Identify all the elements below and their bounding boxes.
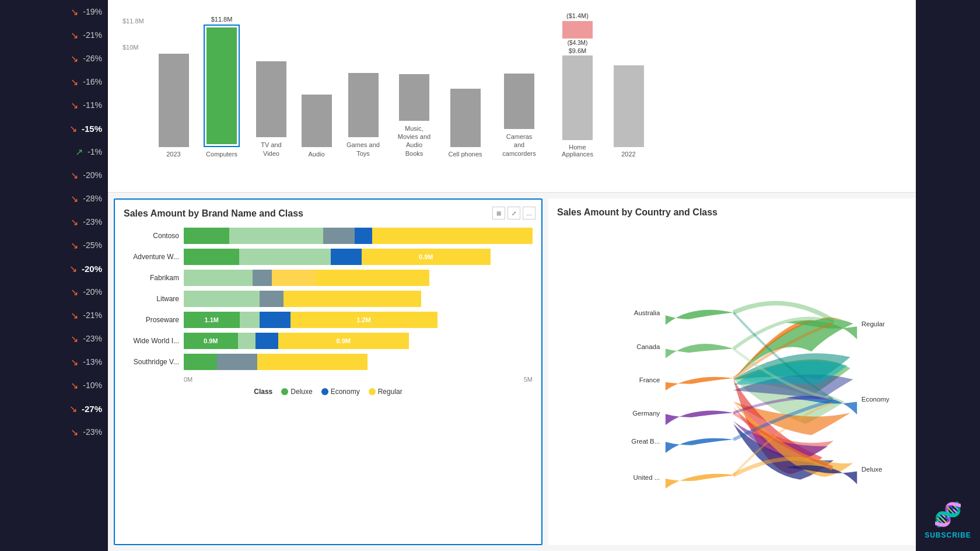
bottom-section: Sales Amount by Brand Name and Class ⊞ ⤢…	[108, 193, 980, 551]
home-val3: $9.6M	[569, 47, 587, 54]
x-axis-brand: 0M 5M	[124, 376, 533, 383]
arrow-down-icon: ↘	[71, 357, 78, 368]
segment-deluxe	[184, 354, 217, 370]
sidebar-row: ↘ -21%	[6, 23, 102, 47]
brand-name-contoso: Contoso	[124, 232, 179, 240]
sidebar-row: ↘ -20%	[6, 163, 102, 187]
home-label: HomeAppliances	[562, 144, 593, 158]
arrow-up-icon: ↗	[75, 147, 83, 158]
sidebar-row: ↘ -11%	[6, 93, 102, 117]
segment-deluxe-light	[238, 333, 256, 349]
bar-audio: Audio	[295, 95, 338, 158]
arrow-down-icon: ↘	[71, 427, 78, 438]
brand-row-wide: Wide World I... 0.9M 0.9M	[124, 333, 533, 349]
arc-great-b	[666, 434, 733, 453]
brand-bar-litware	[184, 291, 421, 307]
deluxe-label: Deluxe	[290, 388, 312, 396]
cellphones-label: Cell phones	[448, 151, 482, 158]
tv-label: TV andVideo	[261, 141, 281, 158]
sidebar-row: ↘ -25%	[6, 233, 102, 257]
x-axis-5m: 5M	[524, 376, 533, 383]
class-economy: Economy	[862, 396, 890, 403]
sidebar-row: ↘ -23%	[6, 210, 102, 233]
bar-cameras: Camerasandcamcorders	[490, 74, 548, 158]
audio-label: Audio	[308, 151, 324, 158]
segment-economy	[331, 249, 362, 265]
segment-regular	[372, 228, 533, 244]
top-chart-area: $11.8M $10M 2023 $11.8M	[108, 0, 980, 193]
class-deluxe: Deluxe	[862, 466, 883, 473]
panel-icons[interactable]: ⊞ ⤢ …	[492, 207, 536, 219]
brand-chart-panel: Sales Amount by Brand Name and Class ⊞ ⤢…	[114, 198, 542, 545]
brand-bar-adventure: 0.9M	[184, 249, 491, 265]
brand-row-adventure: Adventure W... 0.9M	[124, 249, 533, 265]
filter-icon[interactable]: ⊞	[492, 207, 505, 219]
country-france: France	[639, 376, 660, 383]
economy-dot	[321, 388, 328, 395]
arrow-down-icon: ↘	[71, 240, 78, 251]
brand-bar-southridge	[184, 354, 368, 370]
sidebar-row: ↘ -15%	[6, 117, 102, 140]
arrow-down-icon: ↘	[69, 403, 77, 414]
brand-row-contoso: Contoso	[124, 228, 533, 244]
segment-regular	[257, 354, 368, 370]
segment-mid	[260, 291, 284, 307]
segment-economy	[260, 312, 290, 328]
segment-economy	[355, 228, 372, 244]
expand-icon[interactable]: ⤢	[508, 207, 520, 219]
segment-deluxe-light	[229, 228, 323, 244]
more-icon[interactable]: …	[523, 207, 536, 219]
brand-row-proseware: Proseware 1.1M 1.2M	[124, 312, 533, 328]
segment-regular: 0.9M	[278, 333, 409, 349]
country-australia: Australia	[634, 309, 660, 316]
left-sidebar: ↘ -19% ↘ -21% ↘ -26% ↘ -16% ↘ -11% ↘ -15…	[0, 0, 108, 551]
segment-mid	[253, 270, 272, 286]
sidebar-row: ↘ -19%	[6, 0, 102, 23]
economy-label: Economy	[331, 388, 360, 396]
segment-deluxe-light	[240, 312, 260, 328]
arrow-down-icon: ↘	[71, 287, 78, 298]
brand-bar-wide: 0.9M 0.9M	[184, 333, 409, 349]
arc-germany	[666, 406, 733, 425]
arrow-down-icon: ↘	[71, 170, 78, 181]
sidebar-row: ↘ -23%	[6, 327, 102, 350]
segment-deluxe-light	[184, 291, 260, 307]
arrow-down-icon: ↘	[71, 380, 78, 391]
arrow-down-icon: ↘	[71, 217, 78, 228]
segment-deluxe	[184, 228, 229, 244]
brand-row-litware: Litware	[124, 291, 533, 307]
legend-deluxe: Deluxe	[281, 388, 312, 396]
arc-france	[666, 374, 733, 390]
arc-united	[666, 470, 736, 489]
arrow-down-icon: ↘	[71, 100, 78, 111]
arrow-down-icon: ↘	[69, 123, 77, 134]
arrow-down-icon: ↘	[69, 263, 77, 274]
segment-economy-mid	[323, 228, 355, 244]
sidebar-row: ↘ -21%	[6, 304, 102, 327]
arrow-down-icon: ↘	[71, 193, 78, 204]
segment-deluxe-light	[239, 249, 331, 265]
sidebar-row: ↘ -28%	[6, 187, 102, 210]
regular-label: Regular	[378, 388, 402, 396]
subscribe-text[interactable]: SUBSCRIBE	[925, 531, 971, 539]
right-panel: 🧬 SUBSCRIBE	[916, 0, 980, 551]
regular-dot	[369, 388, 376, 395]
segment-deluxe-light	[184, 270, 253, 286]
brand-bar-contoso	[184, 228, 533, 244]
arrow-down-icon: ↘	[71, 30, 78, 41]
computers-label: Computers	[206, 151, 237, 158]
bar-2022: 2022	[607, 65, 650, 158]
cameras-label: Camerasandcamcorders	[502, 132, 536, 158]
sidebar-row: ↘ -20%	[6, 257, 102, 280]
sidebar-row: ↘ -16%	[6, 70, 102, 93]
bar-computers[interactable]: $11.8M Computers	[195, 16, 248, 158]
sidebar-row: ↘ -20%	[6, 280, 102, 304]
brand-row-fabrikam: Fabrikam	[124, 270, 533, 286]
legend-class-label: Class	[254, 388, 272, 396]
bar-games: Games andToys	[338, 73, 388, 158]
segment-regular: 1.2M	[290, 312, 438, 328]
arrow-down-icon: ↘	[71, 333, 78, 344]
arrow-down-icon: ↘	[71, 53, 78, 64]
segment-regular: 0.9M	[362, 249, 491, 265]
sidebar-row: ↘ -23%	[6, 420, 102, 444]
